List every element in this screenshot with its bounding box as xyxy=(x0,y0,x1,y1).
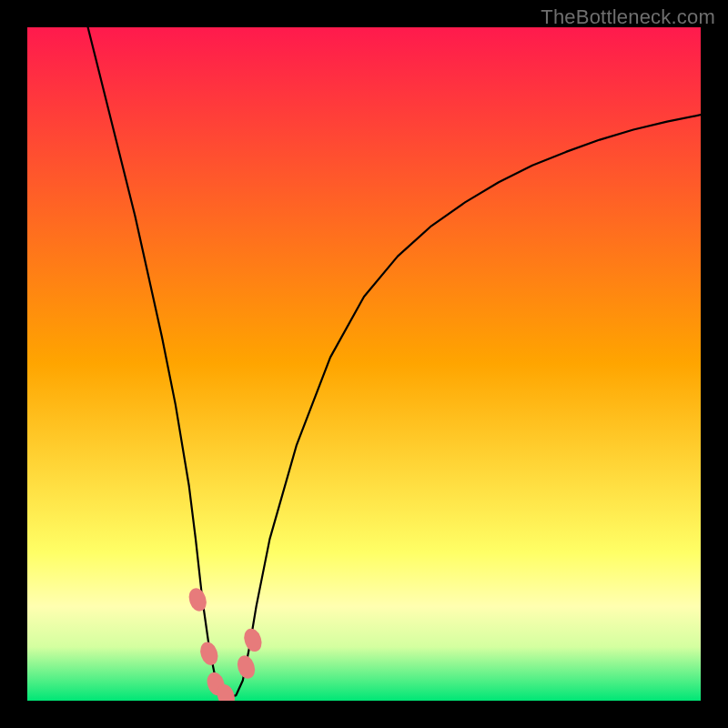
chart-svg xyxy=(27,27,701,701)
chart-frame: TheBottleneck.com xyxy=(0,0,728,728)
gradient-background xyxy=(27,27,701,701)
plot-area xyxy=(27,27,701,701)
watermark-text: TheBottleneck.com xyxy=(541,5,715,29)
